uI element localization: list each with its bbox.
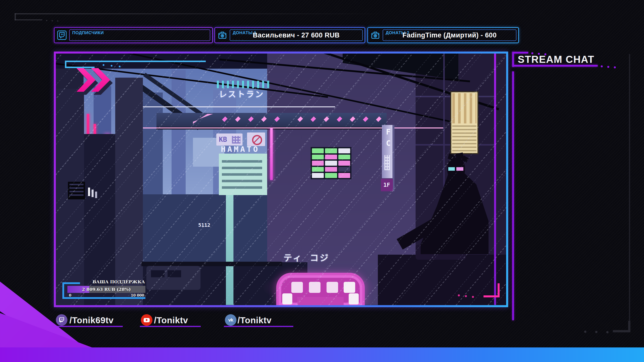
donations2-widget: ДОНАТЫ 2 - . . . FadingTime (Дмиртий) - … bbox=[367, 27, 519, 43]
decor bbox=[595, 331, 597, 333]
vk-handle: /Toniktv bbox=[237, 315, 272, 325]
decor bbox=[224, 326, 293, 327]
decor bbox=[312, 155, 324, 160]
decor bbox=[484, 295, 500, 297]
decor bbox=[512, 52, 514, 67]
decor bbox=[338, 155, 350, 160]
decor bbox=[146, 266, 200, 290]
decor bbox=[15, 19, 42, 20]
pixel-city-scene: レストラン KB HAMATO FC 1F 5112 ティ コジ bbox=[56, 54, 506, 305]
restaurant-sign: レストラン bbox=[219, 88, 264, 99]
decor bbox=[472, 296, 474, 298]
kana-sign-right: コジ bbox=[310, 251, 330, 263]
decor bbox=[312, 173, 324, 178]
decor bbox=[312, 167, 324, 172]
decor bbox=[92, 190, 94, 197]
decor bbox=[172, 70, 186, 194]
decor bbox=[270, 128, 273, 180]
decor bbox=[465, 295, 467, 297]
decor bbox=[143, 93, 163, 194]
support-title: ВАША ПОДДЕРЖКА bbox=[93, 279, 145, 284]
support-min: 0 bbox=[69, 293, 71, 297]
chat-scrollbar[interactable] bbox=[629, 54, 630, 324]
decor bbox=[226, 191, 233, 305]
decor bbox=[338, 167, 350, 172]
support-max: 10 000 bbox=[131, 293, 144, 297]
decor bbox=[494, 54, 496, 305]
decor bbox=[325, 148, 337, 153]
donations1-widget: ДОНАТЫ 1 - . . . Васильевич - 27 600 RUB bbox=[214, 27, 365, 43]
donations1-panel: ДОНАТЫ 1 - . . . Васильевич - 27 600 RUB bbox=[230, 29, 363, 41]
donations2-widget-body: ДОНАТЫ 2 - . . . FadingTime (Дмиртий) - … bbox=[368, 28, 518, 42]
decor bbox=[141, 127, 445, 128]
decor bbox=[325, 173, 337, 178]
decor bbox=[222, 35, 223, 36]
glasses-glow-right bbox=[456, 167, 463, 171]
decor bbox=[146, 319, 148, 321]
decor bbox=[325, 161, 337, 166]
subscribers-panel: ПОДПИСЧИКИ - . . . bbox=[69, 29, 210, 41]
decor bbox=[65, 61, 206, 62]
decor bbox=[52, 20, 53, 21]
donations2-panel: ДОНАТЫ 2 - . . . FadingTime (Дмиртий) - … bbox=[383, 29, 516, 41]
decor bbox=[217, 81, 270, 88]
decor bbox=[15, 13, 392, 14]
decor bbox=[69, 184, 84, 197]
decor bbox=[338, 148, 350, 153]
scene-windows bbox=[311, 147, 351, 179]
decor bbox=[62, 282, 80, 284]
decor bbox=[312, 161, 324, 166]
decor bbox=[55, 326, 123, 327]
decor bbox=[614, 66, 616, 68]
fc-floor-sign: 1F bbox=[383, 182, 390, 188]
decor bbox=[327, 282, 338, 293]
decor bbox=[141, 262, 282, 266]
decor bbox=[325, 155, 337, 160]
decor bbox=[46, 20, 47, 21]
decor bbox=[61, 34, 63, 35]
decor bbox=[344, 282, 355, 293]
youtube-handle: /Toniktv bbox=[154, 315, 188, 325]
decor bbox=[297, 297, 344, 305]
decor bbox=[222, 160, 262, 193]
donations2-value: FadingTime (Дмиртий) - 600 bbox=[383, 30, 516, 40]
decor bbox=[115, 78, 143, 305]
decor bbox=[309, 282, 320, 293]
decor bbox=[607, 66, 609, 68]
decor bbox=[119, 66, 120, 67]
subscribers-value bbox=[70, 30, 210, 40]
twitch-icon bbox=[56, 314, 67, 326]
decor bbox=[57, 20, 58, 22]
twitch-handle: /Tonik69tv bbox=[69, 315, 114, 325]
decor bbox=[613, 330, 630, 332]
donations1-value: Васильевич - 27 600 RUB bbox=[230, 30, 362, 40]
serial-sign: 5112 bbox=[198, 222, 210, 228]
decor bbox=[512, 52, 528, 54]
support-progress-track: 2 809.63 RUB (28%) bbox=[67, 286, 145, 293]
decor: vk bbox=[228, 317, 233, 323]
decor bbox=[291, 282, 303, 293]
decor bbox=[151, 270, 165, 277]
scene-frame: レストラン KB HAMATO FC 1F 5112 ティ コジ bbox=[54, 52, 508, 307]
decor bbox=[628, 321, 630, 332]
kb-sign: KB bbox=[219, 135, 227, 143]
decor bbox=[458, 294, 460, 296]
decor bbox=[338, 173, 350, 178]
decor bbox=[349, 293, 359, 304]
decor bbox=[375, 35, 376, 36]
decor bbox=[168, 270, 181, 277]
decor bbox=[325, 167, 337, 172]
decor bbox=[384, 155, 390, 170]
decor bbox=[378, 255, 506, 305]
decor bbox=[282, 293, 292, 304]
bottom-gradient-bar bbox=[0, 347, 644, 362]
decor bbox=[584, 331, 586, 333]
kana-sign-left: ティ bbox=[284, 251, 303, 263]
decor bbox=[111, 65, 112, 67]
donation-box-icon bbox=[218, 30, 227, 40]
stream-overlay-canvas: { "top_bar": { "widgets": [ {"label": "П… bbox=[0, 0, 644, 362]
hamato-sign: HAMATO bbox=[221, 145, 260, 154]
support-goal-widget: ВАША ПОДДЕРЖКА 2 809.63 RUB (28%) 0 10 0… bbox=[62, 279, 153, 302]
pink-stall bbox=[276, 273, 365, 305]
glasses-glow-left bbox=[448, 167, 455, 171]
